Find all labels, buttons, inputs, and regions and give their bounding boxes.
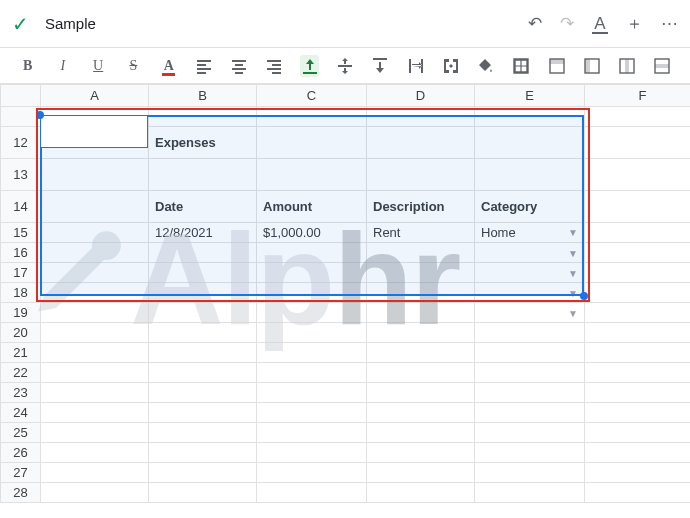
align-left-button[interactable] — [194, 55, 213, 77]
col-header-a[interactable]: A — [41, 85, 149, 107]
cell-header-desc[interactable]: Description — [367, 191, 475, 223]
svg-rect-7 — [655, 64, 669, 68]
format-toolbar: B I U S A — [0, 48, 690, 84]
row-header[interactable]: 19 — [1, 303, 41, 323]
col-header-d[interactable]: D — [367, 85, 475, 107]
cell-cat-value: Home — [481, 225, 516, 240]
redo-icon[interactable]: ↷ — [560, 15, 574, 32]
row-header[interactable]: 16 — [1, 243, 41, 263]
row-header[interactable]: 13 — [1, 159, 41, 191]
dropdown-icon[interactable]: ▼ — [568, 227, 578, 238]
valign-top-button[interactable] — [371, 55, 390, 77]
dropdown-icon[interactable]: ▼ — [568, 288, 578, 299]
topbar-actions: ↶ ↷ A ＋ ⋯ — [528, 15, 678, 32]
col-header-f[interactable]: F — [585, 85, 691, 107]
cell[interactable] — [585, 223, 691, 243]
row-header[interactable]: 20 — [1, 323, 41, 343]
text-color-button[interactable]: A — [159, 55, 178, 77]
text-format-icon[interactable]: A — [592, 15, 608, 32]
cell[interactable]: ▼ — [475, 243, 585, 263]
insert-row-button[interactable] — [653, 55, 672, 77]
cell[interactable] — [367, 127, 475, 159]
cell[interactable] — [475, 127, 585, 159]
spreadsheet[interactable]: Alphr A B C D E F 12 Expenses 13 14 — [0, 84, 690, 518]
cell-header-cat[interactable]: Category — [475, 191, 585, 223]
underline-button[interactable]: U — [89, 55, 108, 77]
row-header[interactable]: 12 — [1, 127, 41, 159]
row-header[interactable]: 23 — [1, 383, 41, 403]
row-header[interactable] — [1, 107, 41, 127]
dropdown-icon[interactable]: ▼ — [568, 308, 578, 319]
align-right-button[interactable] — [265, 55, 284, 77]
row-header[interactable]: 14 — [1, 191, 41, 223]
col-header-e[interactable]: E — [475, 85, 585, 107]
valign-bottom-button[interactable] — [300, 55, 319, 77]
cell-date[interactable]: 12/8/2021 — [149, 223, 257, 243]
row-header[interactable]: 26 — [1, 443, 41, 463]
italic-button[interactable]: I — [53, 55, 72, 77]
cell-cat[interactable]: Home▼ — [475, 223, 585, 243]
cell[interactable] — [257, 127, 367, 159]
row-header[interactable]: 24 — [1, 403, 41, 423]
select-all-corner[interactable] — [1, 85, 41, 107]
dropdown-icon[interactable]: ▼ — [568, 268, 578, 279]
selection-handle[interactable] — [580, 292, 588, 300]
freeze-col-button[interactable] — [582, 55, 601, 77]
confirm-icon[interactable]: ✓ — [12, 14, 29, 34]
align-center-button[interactable] — [230, 55, 249, 77]
valign-middle-button[interactable] — [335, 55, 354, 77]
title-bar: ✓ Sample ↶ ↷ A ＋ ⋯ — [0, 0, 690, 48]
row-header[interactable]: 21 — [1, 343, 41, 363]
cell[interactable] — [41, 191, 149, 223]
cell[interactable]: ▼ — [475, 303, 585, 323]
cell[interactable]: ▼ — [475, 283, 585, 303]
borders-button[interactable] — [512, 55, 531, 77]
row-header[interactable]: 15 — [1, 223, 41, 243]
cell-desc[interactable]: Rent — [367, 223, 475, 243]
row-header[interactable]: 25 — [1, 423, 41, 443]
cell[interactable] — [585, 191, 691, 223]
wrap-overflow-button[interactable] — [406, 55, 425, 77]
bold-button[interactable]: B — [18, 55, 37, 77]
add-icon[interactable]: ＋ — [626, 15, 643, 32]
cell[interactable] — [585, 127, 691, 159]
more-icon[interactable]: ⋯ — [661, 15, 678, 32]
cell-header-amount[interactable]: Amount — [257, 191, 367, 223]
cell[interactable]: ▼ — [475, 263, 585, 283]
row-header[interactable]: 17 — [1, 263, 41, 283]
cell[interactable] — [41, 127, 149, 159]
undo-icon[interactable]: ↶ — [528, 15, 542, 32]
col-header-b[interactable]: B — [149, 85, 257, 107]
cell-header-date[interactable]: Date — [149, 191, 257, 223]
freeze-row-button[interactable] — [547, 55, 566, 77]
row-header[interactable]: 28 — [1, 483, 41, 503]
dropdown-icon[interactable]: ▼ — [568, 248, 578, 259]
row-header[interactable]: 18 — [1, 283, 41, 303]
row-header[interactable]: 27 — [1, 463, 41, 483]
fill-color-button[interactable] — [476, 55, 495, 77]
svg-rect-5 — [625, 59, 629, 73]
cell[interactable] — [41, 223, 149, 243]
cell-amount[interactable]: $1,000.00 — [257, 223, 367, 243]
merge-cells-button[interactable] — [441, 55, 460, 77]
strikethrough-button[interactable]: S — [124, 55, 143, 77]
svg-rect-3 — [585, 59, 590, 73]
svg-rect-1 — [550, 59, 564, 64]
cell-expenses-title[interactable]: Expenses — [149, 127, 257, 159]
insert-col-button[interactable] — [618, 55, 637, 77]
document-title[interactable]: Sample — [45, 15, 528, 32]
selection-handle[interactable] — [36, 111, 44, 119]
col-header-c[interactable]: C — [257, 85, 367, 107]
row-header[interactable]: 22 — [1, 363, 41, 383]
